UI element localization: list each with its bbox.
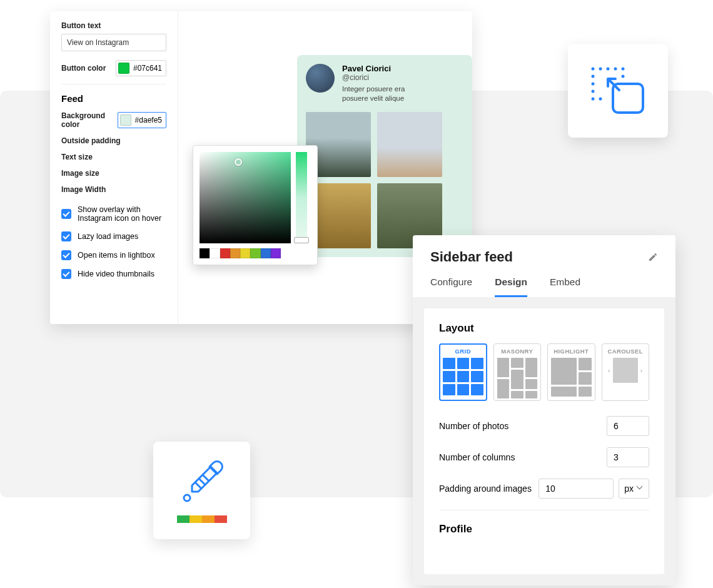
preset-purple[interactable] <box>271 248 281 258</box>
preset-yellow[interactable] <box>240 248 250 258</box>
image-size-label: Image size <box>61 169 99 178</box>
padding-unit-select[interactable]: px <box>619 479 649 499</box>
tab-design[interactable]: Design <box>495 276 527 297</box>
layout-label: GRID <box>455 348 471 355</box>
tab-configure[interactable]: Configure <box>430 276 472 297</box>
checkbox-label: Hide video thumbnails <box>78 270 154 278</box>
preset-red[interactable] <box>220 248 230 258</box>
checkbox-hidevideo[interactable]: Hide video thumbnails <box>61 269 166 279</box>
profile-handle: @ciorici <box>342 73 405 82</box>
unit-label: px <box>624 484 634 494</box>
resize-icon-card <box>568 44 668 138</box>
button-color-picker[interactable]: #07c641 <box>116 60 166 76</box>
image-width-label: Image Width <box>61 185 106 194</box>
button-color-label: Button color <box>61 64 106 73</box>
feed-image[interactable] <box>377 112 442 177</box>
saturation-value-area[interactable] <box>200 152 291 243</box>
checkbox-icon <box>61 209 71 219</box>
checkbox-icon <box>61 269 71 279</box>
tab-bar: Configure Design Embed <box>430 276 658 297</box>
avatar <box>306 64 335 93</box>
profile-bio: Integer posuere era posuere velit alique <box>342 84 405 103</box>
settings-sidebar: Button text Button color #07c641 Feed Ba… <box>50 11 178 324</box>
svg-point-10 <box>599 98 602 101</box>
layout-label: CAROUSEL <box>607 348 643 355</box>
bg-color-picker[interactable]: #daefe5 <box>118 112 166 128</box>
num-photos-input[interactable] <box>607 416 649 436</box>
svg-line-13 <box>200 479 205 484</box>
hue-handle[interactable] <box>294 237 309 243</box>
svg-point-4 <box>622 68 625 71</box>
text-size-label: Text size <box>61 153 93 161</box>
button-text-label: Button text <box>61 21 166 30</box>
hue-slider[interactable] <box>296 152 307 243</box>
chevron-down-icon <box>637 485 644 492</box>
padding-label: Padding around images <box>439 484 532 494</box>
panel-title: Sidebar feed <box>430 249 513 265</box>
svg-point-7 <box>592 90 595 93</box>
bg-color-label: Background color <box>61 111 118 129</box>
palette-bar <box>177 515 227 523</box>
profile-name: Pavel Ciorici <box>342 64 405 73</box>
layout-highlight[interactable]: HIGHLIGHT <box>547 343 595 401</box>
svg-point-15 <box>184 495 190 501</box>
sidebar-feed-editor: Sidebar feed Configure Design Embed Layo… <box>413 235 675 585</box>
eyedropper-icon-card <box>153 442 250 539</box>
svg-point-2 <box>607 68 610 71</box>
button-color-value: #07c641 <box>133 64 162 73</box>
svg-point-3 <box>614 68 617 71</box>
feed-image-grid <box>306 112 472 248</box>
svg-point-1 <box>599 68 602 71</box>
preset-orange[interactable] <box>230 248 240 258</box>
svg-point-5 <box>592 75 595 78</box>
svg-point-8 <box>592 98 595 101</box>
checkbox-label: Show overlay with Instagram icon on hove… <box>78 205 166 223</box>
outside-padding-label: Outside padding <box>61 136 121 145</box>
checkbox-lazyload[interactable]: Lazy load images <box>61 231 166 241</box>
chevron-left-icon: ‹ <box>608 367 610 374</box>
checkbox-label: Lazy load images <box>78 232 138 241</box>
pencil-icon[interactable] <box>648 252 658 262</box>
button-color-swatch <box>118 63 129 74</box>
feed-heading: Feed <box>61 93 166 104</box>
layout-masonry[interactable]: MASONRY <box>493 343 542 401</box>
color-presets <box>200 248 311 258</box>
checkbox-lightbox[interactable]: Open items in lightbox <box>61 250 166 260</box>
chevron-right-icon: › <box>640 367 643 374</box>
svg-line-12 <box>196 483 201 488</box>
preset-black[interactable] <box>200 248 210 258</box>
tab-embed[interactable]: Embed <box>550 276 580 297</box>
layout-grid[interactable]: GRID <box>439 343 487 401</box>
checkbox-overlay[interactable]: Show overlay with Instagram icon on hove… <box>61 205 166 223</box>
num-photos-label: Number of photos <box>439 421 508 431</box>
svg-point-9 <box>622 75 625 78</box>
profile-header: Pavel Ciorici @ciorici Integer posuere e… <box>306 64 472 103</box>
svg-point-6 <box>592 83 595 86</box>
preset-blue[interactable] <box>261 248 271 258</box>
layout-label: MASONRY <box>501 348 533 355</box>
layout-options: GRID MASONRY HIGHLIGHT <box>439 343 649 401</box>
color-picker-popover[interactable] <box>193 145 318 265</box>
layout-heading: Layout <box>439 322 649 335</box>
bg-color-value: #daefe5 <box>135 116 162 124</box>
sv-handle[interactable] <box>235 158 242 166</box>
checkbox-icon <box>61 250 71 260</box>
profile-heading: Profile <box>439 523 649 535</box>
preset-white[interactable] <box>210 248 220 258</box>
padding-input[interactable] <box>539 479 614 499</box>
checkbox-label: Open items in lightbox <box>78 251 155 260</box>
preset-green[interactable] <box>250 248 260 258</box>
layout-label: HIGHLIGHT <box>554 348 589 355</box>
svg-line-14 <box>203 475 208 480</box>
button-text-input[interactable] <box>61 34 166 51</box>
layout-carousel[interactable]: CAROUSEL ‹ › <box>602 343 650 401</box>
num-columns-input[interactable] <box>607 447 649 467</box>
svg-point-0 <box>592 68 595 71</box>
resize-icon <box>589 65 647 116</box>
bg-color-swatch <box>120 114 131 126</box>
feed-preview-card: Pavel Ciorici @ciorici Integer posuere e… <box>297 55 472 257</box>
num-columns-label: Number of columns <box>439 452 515 462</box>
eyedropper-icon <box>177 458 227 508</box>
checkbox-icon <box>61 231 71 241</box>
